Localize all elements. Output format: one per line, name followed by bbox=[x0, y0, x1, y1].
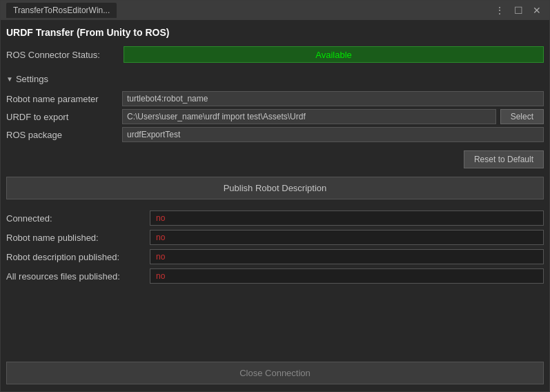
page-title: URDF Transfer (From Unity to ROS) bbox=[6, 27, 544, 38]
ros-package-value-row bbox=[122, 127, 544, 142]
settings-grid: Robot name parameter URDF to export Sele… bbox=[6, 91, 544, 142]
collapse-triangle: ▼ bbox=[6, 75, 13, 83]
all-resources-published-value: no bbox=[150, 268, 544, 284]
urdf-export-value-row: Select bbox=[122, 109, 544, 124]
window-content: URDF Transfer (From Unity to ROS) ROS Co… bbox=[1, 20, 549, 391]
connected-value: no bbox=[150, 210, 544, 226]
robot-desc-published-value: no bbox=[150, 249, 544, 264]
connected-label: Connected: bbox=[6, 210, 144, 226]
reset-button[interactable]: Reset to Default bbox=[464, 150, 544, 168]
settings-header: ▼ Settings bbox=[6, 74, 544, 84]
urdf-export-label: URDF to export bbox=[6, 109, 117, 124]
robot-name-label: Robot name parameter bbox=[6, 91, 117, 106]
settings-label: Settings bbox=[16, 74, 48, 84]
select-button[interactable]: Select bbox=[500, 109, 544, 124]
maximize-button[interactable]: ☐ bbox=[511, 3, 526, 17]
robot-name-input[interactable] bbox=[122, 91, 544, 106]
spacer bbox=[6, 295, 544, 357]
close-button[interactable]: ✕ bbox=[530, 3, 544, 17]
ros-connector-label: ROS Connector Status: bbox=[6, 50, 117, 60]
title-bar: TransferToRosEditorWin... ⋮ ☐ ✕ bbox=[1, 1, 549, 20]
ros-package-input[interactable] bbox=[122, 127, 544, 142]
robot-name-published-label: Robot name published: bbox=[6, 230, 144, 245]
title-bar-controls: ⋮ ☐ ✕ bbox=[492, 3, 544, 17]
robot-name-published-value: no bbox=[150, 230, 544, 245]
ros-package-label: ROS package bbox=[6, 127, 117, 142]
all-resources-published-label: All resources files published: bbox=[6, 268, 144, 284]
window-tab[interactable]: TransferToRosEditorWin... bbox=[6, 3, 117, 18]
publish-button[interactable]: Publish Robot Description bbox=[6, 177, 544, 199]
status-grid: Connected: no Robot name published: no R… bbox=[6, 210, 544, 284]
title-bar-left: TransferToRosEditorWin... bbox=[6, 3, 117, 18]
robot-name-value-row bbox=[122, 91, 544, 106]
menu-button[interactable]: ⋮ bbox=[492, 3, 507, 17]
reset-row: Reset to Default bbox=[6, 150, 544, 168]
urdf-export-input[interactable] bbox=[122, 109, 496, 124]
main-window: TransferToRosEditorWin... ⋮ ☐ ✕ URDF Tra… bbox=[0, 0, 550, 392]
ros-connector-status: Available bbox=[124, 46, 544, 63]
ros-connector-row: ROS Connector Status: Available bbox=[6, 46, 544, 63]
close-connection-button[interactable]: Close Connection bbox=[6, 362, 544, 384]
robot-desc-published-label: Robot description published: bbox=[6, 249, 144, 264]
